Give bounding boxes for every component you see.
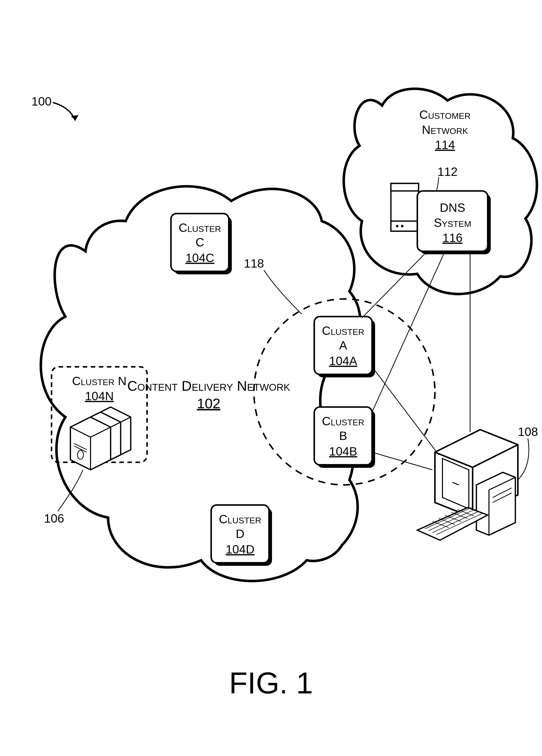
svg-text:104C: 104C [185, 251, 214, 265]
origin-server-ref: 112 [437, 165, 458, 178]
figure-label: FIG. 1 [229, 666, 313, 700]
customer-network-l1: Customer [419, 108, 471, 121]
svg-text:C: C [195, 236, 204, 249]
svg-point-5 [396, 225, 399, 227]
virtual-cluster-ref: 118 [244, 257, 264, 270]
svg-text:Cluster N: Cluster N [72, 374, 127, 388]
svg-rect-4 [391, 221, 419, 231]
cdn-title-line1: Content Delivery Network [127, 378, 290, 394]
svg-line-63 [372, 452, 432, 470]
svg-text:Cluster: Cluster [219, 513, 261, 526]
svg-text:100: 100 [31, 95, 52, 108]
svg-text:A: A [339, 339, 347, 352]
svg-text:B: B [339, 429, 347, 442]
svg-line-59 [362, 251, 427, 318]
origin-server-icon [391, 183, 419, 231]
cluster-b-box: Cluster B 104B [314, 407, 375, 468]
servers-icon [70, 407, 131, 470]
dns-l1: DNS [440, 201, 465, 214]
cluster-c-box: Cluster C 104C [171, 214, 232, 274]
svg-text:104D: 104D [226, 543, 255, 556]
cluster-d-box: Cluster D 104D [211, 505, 272, 566]
svg-text:104A: 104A [329, 354, 357, 368]
svg-rect-1 [391, 183, 419, 191]
servers-ref: 106 [44, 512, 64, 525]
svg-text:Cluster: Cluster [179, 221, 221, 234]
patent-diagram: Content Delivery Network 102 Customer Ne… [0, 0, 542, 756]
svg-text:104N: 104N [85, 389, 114, 403]
cluster-a-box: Cluster A 104A [314, 317, 375, 377]
svg-point-6 [401, 225, 404, 227]
svg-text:Cluster: Cluster [322, 324, 365, 337]
overall-ref: 100 [31, 95, 78, 121]
connections [362, 251, 470, 470]
svg-marker-65 [71, 115, 78, 121]
client-ref: 108 [518, 425, 538, 438]
dns-l2: System [434, 216, 471, 229]
dns-system-box: DNS System 116 [417, 191, 491, 254]
dns-ref: 116 [443, 231, 463, 244]
svg-text:104B: 104B [329, 445, 357, 458]
svg-text:D: D [236, 527, 244, 540]
customer-network-l2: Network [422, 123, 468, 136]
cdn-ref: 102 [197, 395, 220, 411]
customer-network-ref: 114 [435, 138, 455, 152]
svg-line-62 [372, 367, 439, 455]
svg-text:Cluster: Cluster [322, 415, 365, 428]
